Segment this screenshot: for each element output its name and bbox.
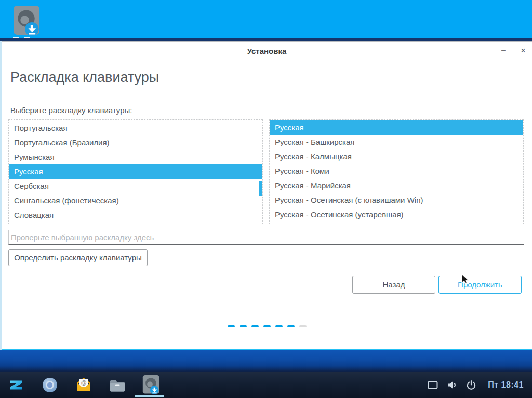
browser-button[interactable] xyxy=(41,375,59,395)
progress-step xyxy=(299,325,307,327)
zorin-menu-icon xyxy=(8,377,24,393)
file-manager-icon xyxy=(109,376,126,394)
screen: { "window": { "title": "Установка", "con… xyxy=(0,0,532,398)
installer-window: Установка – × Раскладка клавиатуры Выбер… xyxy=(2,41,532,350)
list-item[interactable]: Русская xyxy=(9,164,262,179)
installer-icon xyxy=(142,375,160,395)
desktop-background xyxy=(0,0,532,38)
progress-step xyxy=(251,325,259,327)
taskbar-launchers: @ xyxy=(0,375,161,395)
svg-text:@: @ xyxy=(81,379,87,386)
progress-step xyxy=(287,325,295,327)
list-item[interactable]: Русская - Калмыцкая xyxy=(270,149,523,164)
installer-desktop-icon[interactable] xyxy=(13,6,41,37)
installer-drive-icon xyxy=(13,6,41,37)
list-item[interactable]: Португальская (Бразилия) xyxy=(9,135,262,150)
list-item[interactable]: Русская - Осетинская (устаревшая) xyxy=(270,208,523,222)
list-item[interactable]: Русская xyxy=(270,120,523,135)
progress-step xyxy=(275,325,283,327)
page-title: Раскладка клавиатуры xyxy=(10,70,159,86)
progress-step xyxy=(263,325,271,327)
list-item[interactable]: Сингальская (фонетическая) xyxy=(9,194,262,208)
file-manager-button[interactable] xyxy=(108,375,127,395)
desktop-wallpaper xyxy=(0,350,532,372)
list-item[interactable]: Русская - Башкирская xyxy=(270,135,523,149)
browser-icon xyxy=(41,376,59,394)
list-item[interactable]: Русская - Коми xyxy=(270,164,523,179)
list-item[interactable]: Португальская xyxy=(9,121,262,135)
taskbar: @ xyxy=(0,372,532,398)
minimize-button[interactable]: – xyxy=(496,42,511,61)
window-title: Установка xyxy=(2,42,532,61)
window-titlebar[interactable]: Установка – × xyxy=(2,42,532,61)
detect-layout-button[interactable]: Определить раскладку клавиатуры xyxy=(8,249,148,266)
progress-step xyxy=(240,325,247,327)
zorin-menu-button[interactable] xyxy=(7,375,25,395)
progress-steps xyxy=(228,325,307,327)
display-icon xyxy=(427,379,438,391)
system-tray: Пт 18:41 xyxy=(426,378,532,392)
volume-icon xyxy=(446,379,458,391)
list-item[interactable]: Сербская xyxy=(9,179,262,194)
power-button[interactable] xyxy=(464,378,478,392)
installer-taskbar-button[interactable] xyxy=(142,375,161,395)
taskbar-clock[interactable]: Пт 18:41 xyxy=(488,380,524,390)
progress-step xyxy=(228,325,235,327)
display-settings-button[interactable] xyxy=(426,378,440,392)
continue-button[interactable]: Продолжить xyxy=(438,276,522,294)
scrollbar-thumb[interactable] xyxy=(259,181,262,196)
list-item[interactable]: Румынская xyxy=(9,150,262,164)
power-icon xyxy=(466,379,477,391)
select-layout-label: Выберите раскладку клавиатуры: xyxy=(10,106,132,115)
back-button[interactable]: Назад xyxy=(352,276,435,294)
list-item[interactable]: Русская - Марийская xyxy=(270,179,523,193)
active-app-indicator xyxy=(135,395,164,397)
volume-button[interactable] xyxy=(445,378,459,392)
close-button[interactable]: × xyxy=(515,42,531,61)
mail-button[interactable]: @ xyxy=(74,375,93,395)
keyboard-test-input[interactable] xyxy=(8,230,524,245)
list-item[interactable]: Словацкая xyxy=(9,208,262,223)
mail-icon: @ xyxy=(75,376,92,394)
keyboard-variant-list[interactable]: РусскаяРусская - БашкирскаяРусская - Кал… xyxy=(269,119,524,224)
list-item[interactable]: Русская - Осетинская (с клавишами Win) xyxy=(270,193,523,208)
keyboard-layout-list[interactable]: ПортугальскаяПортугальская (Бразилия)Рум… xyxy=(8,119,263,224)
